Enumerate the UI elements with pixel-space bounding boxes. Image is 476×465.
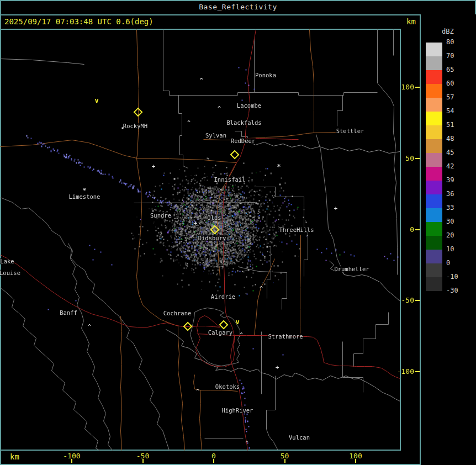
legend-color-block: [426, 112, 442, 125]
legend-scale-label: 60: [446, 80, 454, 87]
bottom-axis-tick-mark: [213, 459, 214, 463]
city-label-louise: Louise: [0, 270, 21, 276]
city-label-stettler: Stettler: [336, 128, 365, 134]
city-label-olds: Olds: [207, 215, 221, 221]
legend-scale-label: 48: [446, 135, 454, 142]
legend-scale-label: -10: [446, 273, 458, 281]
legend-color-block: [426, 277, 442, 291]
city-label-lake: Lake: [0, 258, 15, 265]
legend-color-block: [426, 125, 442, 139]
legend-color-block: [426, 263, 442, 277]
legend-scale-label: 39: [446, 177, 454, 184]
peak-marker-icon: ^: [88, 325, 91, 329]
legend-color-block: [426, 153, 442, 167]
legend-scale-label: 10: [446, 246, 454, 253]
legend-color-block: [426, 98, 442, 112]
city-label-limestone: Limestone: [68, 194, 101, 200]
bottom-axis-tick-mark: [355, 459, 356, 463]
legend-scale-label: 57: [446, 94, 454, 101]
legend-scale-label: 33: [446, 204, 454, 212]
city-label-ponoka: Ponoka: [255, 72, 277, 78]
legend-scale-label: 30: [446, 218, 454, 225]
bottom-axis-unit-label: km: [10, 452, 19, 461]
city-label-didsbury: Didsbury: [198, 235, 227, 241]
right-axis-tick-mark: [415, 300, 420, 301]
title-bar: Base_Reflectivity: [0, 0, 476, 14]
cross-marker-icon: +: [152, 164, 156, 169]
legend-color-block: [426, 208, 442, 222]
vee-marker-icon: v: [235, 319, 239, 325]
peak-marker-icon: ^: [187, 121, 191, 125]
right-axis-tick-mark: [415, 87, 420, 88]
peak-marker-icon: ^: [260, 287, 263, 291]
right-axis-tick-label: 100: [387, 83, 414, 91]
legend-color-block: [426, 167, 442, 181]
bottom-axis-tick-mark: [71, 459, 72, 463]
peak-marker-icon: ^: [240, 333, 243, 337]
cross-marker-icon: +: [334, 206, 338, 211]
city-label-lacombe: Lacombe: [236, 103, 262, 109]
right-axis-tick-label: 50: [387, 154, 414, 162]
asterisk-marker-icon: *: [82, 188, 87, 193]
city-label-reddeer: RedDeer: [230, 138, 256, 144]
legend-scale-label: 42: [446, 163, 454, 170]
city-label-threehills: ThreeHills: [278, 227, 314, 233]
city-label-sundre: Sundre: [150, 213, 172, 219]
legend-scale-label: 54: [446, 108, 454, 115]
city-label-innisfail: Innisfail: [214, 177, 246, 183]
right-axis-tick-mark: [415, 371, 420, 372]
legend-color-block: [426, 250, 442, 263]
legend-color-block: [426, 84, 442, 98]
scan-timestamp: 2025/09/17 07:03:48 UTC 0.6(deg): [4, 17, 154, 26]
peak-marker-icon: ^: [200, 78, 203, 83]
city-label-sylvan: Sylvan: [205, 133, 227, 139]
right-axis-tick-label: -50: [387, 296, 414, 304]
legend-color-block: [426, 139, 442, 153]
legend-color-block: [426, 222, 442, 236]
city-label-blackfalds: Blackfalds: [226, 120, 262, 126]
city-label-cochrane: Cochrane: [163, 310, 192, 316]
radar-application-window: Base_Reflectivity 2025/09/17 07:03:48 UT…: [0, 0, 476, 465]
right-axis-tick-mark: [415, 158, 420, 159]
legend-scale-label: 70: [446, 52, 454, 60]
legend-scale-label: 80: [446, 39, 454, 46]
legend-color-block: [426, 43, 442, 56]
city-label-vulcan: Vulcan: [288, 435, 310, 441]
legend-color-block: [426, 236, 442, 250]
legend-color-block: [426, 56, 442, 70]
legend-panel: dBZ 807065605754514845423936333020100-10…: [421, 14, 476, 465]
right-axis-tick-label: -100: [387, 367, 414, 376]
city-label-airdrie: Airdrie: [210, 294, 236, 300]
city-label-rockymh: RockyMH: [123, 123, 148, 129]
bottom-axis-tick-mark: [284, 459, 285, 463]
legend-color-block: [426, 181, 442, 194]
legend-scale-label: -30: [446, 287, 458, 294]
city-label-drumheller: Drumheller: [334, 266, 369, 272]
cross-marker-icon: +: [194, 221, 198, 226]
cross-marker-icon: +: [276, 365, 279, 370]
info-bar: 2025/09/17 07:03:48 UTC 0.6(deg): [0, 14, 420, 29]
bottom-axis-tick-mark: [142, 459, 144, 463]
legend-color-block: [426, 70, 442, 84]
legend-scale-label: 51: [446, 121, 454, 129]
right-axis-unit-label: km: [406, 17, 416, 26]
legend-scale-label: 36: [446, 191, 454, 198]
peak-marker-icon: ^: [196, 389, 199, 394]
city-label-okotoks: Okotoks: [215, 384, 240, 390]
town-dot-icon: [122, 128, 124, 129]
legend-scale-label: 0: [446, 260, 450, 267]
legend-color-block: [426, 194, 442, 208]
radar-map-viewport: PonokaLacombeBlackfaldsSylvanRedDeerStet…: [0, 29, 401, 451]
legend-title: dBZ: [442, 28, 454, 35]
peak-marker-icon: ^: [218, 107, 221, 111]
peak-marker-icon: ^: [245, 441, 248, 446]
city-label-banff: Banff: [59, 310, 78, 316]
city-label-strathmore: Strathmore: [267, 334, 303, 340]
city-label-highriver: HighRiver: [221, 408, 254, 414]
asterisk-marker-icon: *: [277, 164, 281, 170]
page-title: Base_Reflectivity: [0, 3, 476, 11]
legend-scale-label: 45: [446, 149, 454, 156]
right-axis-tick-mark: [415, 229, 420, 230]
peak-marker-icon: ^: [219, 189, 223, 194]
vee-marker-icon: v: [94, 98, 98, 103]
